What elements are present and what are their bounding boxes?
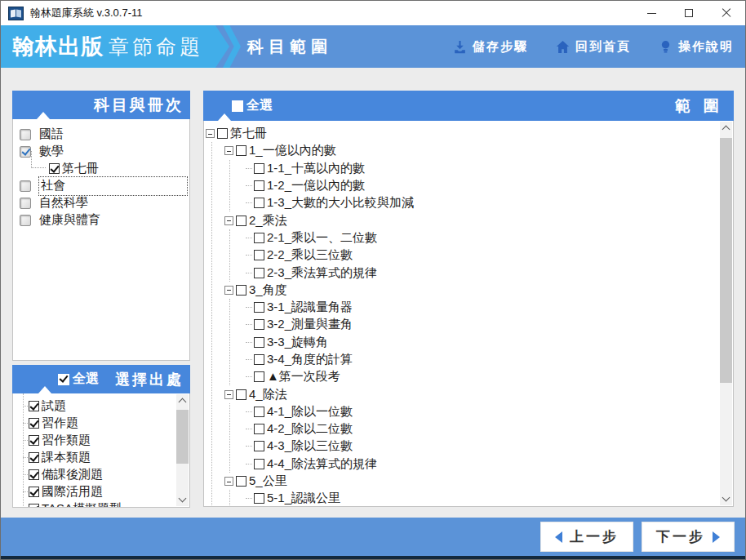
tree-parent-row[interactable]: 2_乘法	[224, 211, 733, 229]
subject-item[interactable]: 社會	[13, 177, 189, 194]
collapse-icon[interactable]	[224, 477, 233, 486]
tree-checkbox[interactable]	[254, 319, 264, 330]
tree-checkbox[interactable]	[217, 128, 228, 139]
tree-leaf-row[interactable]: 3-1_認識量角器	[246, 299, 733, 316]
subject-item[interactable]: 健康與體育	[13, 211, 189, 229]
close-button[interactable]	[708, 1, 745, 25]
collapse-icon[interactable]	[224, 286, 233, 295]
scope-select-all-checkbox[interactable]	[232, 100, 243, 112]
source-select-all-checkbox[interactable]	[58, 374, 69, 385]
tree-checkbox[interactable]	[254, 337, 264, 348]
tree-parent-row[interactable]: 1_一億以內的數	[224, 142, 733, 159]
tree-leaf-row[interactable]: 2-1_乘以一、二位數	[246, 229, 733, 247]
source-checkbox[interactable]	[29, 418, 39, 429]
collapse-icon[interactable]	[224, 390, 233, 399]
tree-checkbox[interactable]	[254, 268, 264, 278]
source-item[interactable]: 備課後測題	[13, 466, 189, 483]
source-item[interactable]: TASA模擬題型	[13, 500, 189, 508]
home-button[interactable]: 回到首頁	[556, 39, 631, 55]
tree-checkbox[interactable]	[254, 250, 264, 260]
volume-item[interactable]: 第七冊	[13, 160, 189, 177]
source-checkbox[interactable]	[29, 487, 39, 497]
source-item[interactable]: 課本類題	[13, 449, 189, 466]
collapse-icon[interactable]	[224, 146, 233, 155]
close-icon	[722, 8, 731, 18]
tree-leaf-row[interactable]: 1-3_大數的大小比較與加減	[246, 194, 733, 211]
scope-select-all[interactable]: 全選	[232, 97, 273, 114]
tree-leaf-row[interactable]: 1-1_十萬以內的數	[246, 160, 733, 177]
source-checkbox[interactable]	[29, 401, 39, 411]
source-checkbox[interactable]	[29, 504, 39, 508]
tree-leaf-row[interactable]: 2-2_乘以三位數	[246, 247, 733, 264]
collapse-icon[interactable]	[224, 216, 233, 225]
subject-checkbox[interactable]	[20, 180, 31, 192]
tree-checkbox[interactable]	[236, 476, 246, 487]
scope-scrollbar-thumb[interactable]	[720, 138, 732, 383]
tree-checkbox[interactable]	[254, 180, 264, 191]
scope-scrollbar[interactable]	[720, 122, 732, 505]
source-checkbox[interactable]	[29, 469, 39, 480]
subject-checkbox[interactable]	[20, 146, 31, 158]
source-item[interactable]: 國際活用題	[13, 483, 189, 500]
tree-checkbox[interactable]	[236, 389, 246, 400]
tree-leaf-row[interactable]: 3-3_旋轉角	[246, 334, 733, 351]
source-panel-header: 全選 選擇出處	[12, 365, 190, 393]
tree-leaf-row[interactable]: 4-2_除以二位數	[246, 420, 733, 438]
tree-checkbox[interactable]	[254, 163, 264, 174]
main-area: 科目與冊次 國語數學第七冊社會自然科學健康與體育 全選 選擇出處 試題習作題習作…	[1, 68, 745, 519]
tree-parent-row[interactable]: 3_角度	[224, 282, 733, 299]
help-button[interactable]: 操作說明	[659, 39, 734, 55]
scroll-down-icon[interactable]	[178, 495, 186, 503]
tree-leaf-row[interactable]: 5-1_認識公里	[246, 490, 733, 507]
tree-checkbox[interactable]	[236, 216, 246, 226]
source-item[interactable]: 習作題	[13, 415, 189, 432]
tree-leaf-row[interactable]: ▲第一次段考	[246, 368, 733, 385]
subject-checkbox[interactable]	[20, 198, 31, 209]
source-item[interactable]: 習作類題	[13, 432, 189, 449]
tree-leaf-row[interactable]: 3-4_角度的計算	[246, 351, 733, 368]
maximize-button[interactable]	[670, 1, 708, 25]
subjects-panel-title: 科目與冊次	[94, 95, 184, 116]
scroll-up-icon[interactable]	[178, 398, 186, 407]
tree-checkbox[interactable]	[254, 302, 264, 313]
tree-checkbox[interactable]	[254, 441, 264, 451]
next-step-button[interactable]: 下一步	[642, 522, 735, 552]
source-checkbox[interactable]	[29, 435, 39, 446]
tree-checkbox[interactable]	[254, 233, 264, 243]
tree-parent-row[interactable]: 5_公里	[224, 473, 733, 490]
tree-parent-row[interactable]: 4_除法	[224, 385, 733, 402]
subject-item[interactable]: 自然科學	[13, 194, 189, 211]
tree-checkbox[interactable]	[254, 407, 264, 417]
tree-checkbox[interactable]	[254, 459, 264, 469]
tree-leaf-row[interactable]: 4-3_除以三位數	[246, 438, 733, 455]
arrow-left-icon	[555, 531, 562, 543]
tree-leaf-row[interactable]: 3-2_測量與畫角	[246, 316, 733, 333]
tree-checkbox[interactable]	[236, 145, 246, 156]
tree-checkbox[interactable]	[254, 371, 264, 382]
volume-checkbox[interactable]	[49, 163, 60, 174]
source-checkbox[interactable]	[29, 452, 39, 463]
tree-checkbox[interactable]	[254, 493, 264, 504]
scroll-down-icon[interactable]	[722, 494, 730, 502]
minimize-button[interactable]	[633, 1, 670, 25]
subject-checkbox[interactable]	[20, 129, 31, 140]
tree-checkbox[interactable]	[236, 285, 246, 296]
collapse-icon[interactable]	[206, 129, 215, 138]
tree-checkbox[interactable]	[254, 424, 264, 434]
tree-leaf-row[interactable]: 4-4_除法算式的規律	[246, 456, 733, 473]
subject-item[interactable]: 國語	[13, 126, 189, 143]
subject-checkbox[interactable]	[20, 215, 31, 226]
tree-leaf-row[interactable]: 1-2_一億以內的數	[246, 177, 733, 194]
tree-checkbox[interactable]	[254, 354, 264, 365]
tree-leaf-row[interactable]: 2-3_乘法算式的規律	[246, 264, 733, 281]
tree-checkbox[interactable]	[254, 198, 264, 208]
source-select-all[interactable]: 全選	[58, 371, 99, 388]
scroll-up-icon[interactable]	[722, 126, 730, 134]
tree-leaf-row[interactable]: 4-1_除以一位數	[246, 403, 733, 420]
save-steps-button[interactable]: 儲存步驟	[453, 39, 528, 55]
source-scrollbar-thumb[interactable]	[176, 410, 189, 464]
tree-parent-row[interactable]: 第七冊	[206, 125, 733, 142]
source-scrollbar[interactable]	[176, 394, 189, 506]
previous-step-button[interactable]: 上一步	[540, 522, 633, 552]
source-item[interactable]: 試題	[13, 398, 189, 415]
